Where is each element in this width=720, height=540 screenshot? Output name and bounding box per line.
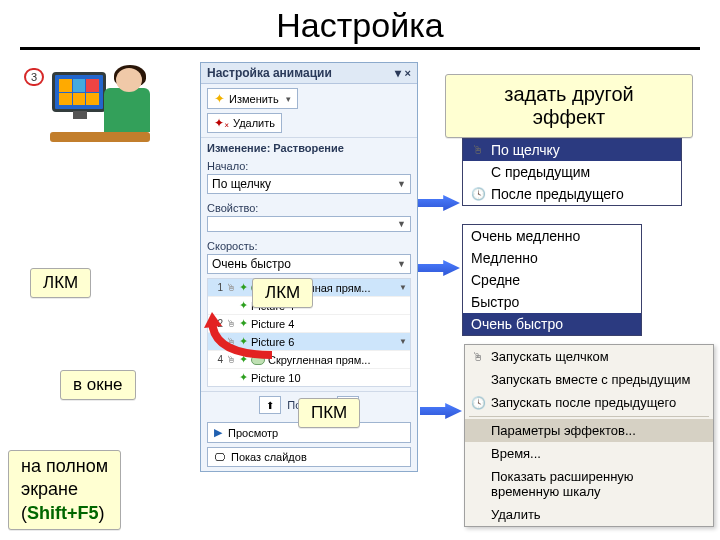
slideshow-label: Показ слайдов [231, 451, 307, 463]
delete-btn-label: Удалить [233, 117, 275, 129]
person-at-computer-illustration [50, 62, 160, 148]
callout-pkm: ПКМ [298, 398, 360, 428]
delete-effect-button[interactable]: ✦ₓ Удалить [207, 113, 282, 133]
speed-opt-very-fast[interactable]: Очень быстро [463, 313, 641, 335]
star-effect-icon: ✦ [239, 371, 248, 384]
callout-lkm-1: ЛКМ [30, 268, 91, 298]
chevron-down-icon: ▼ [397, 259, 406, 269]
speed-opt-medium[interactable]: Средне [463, 269, 641, 291]
mouse-icon: 🖱 [226, 282, 236, 293]
clock-icon: 🕓 [470, 396, 486, 410]
slide-number-badge: 3 [24, 68, 44, 86]
menu-effect-options[interactable]: Параметры эффектов... [465, 419, 713, 442]
change-section-title: Изменение: Растворение [201, 137, 417, 156]
arrow-right-icon [418, 195, 460, 211]
callout-fullscreen: на полном экране (Shift+F5) [8, 450, 121, 530]
change-btn-label: Изменить [229, 93, 279, 105]
screen-icon: 🖵 [214, 451, 225, 463]
chevron-down-icon[interactable]: ▼ [399, 337, 407, 346]
callout-in-window: в окне [60, 370, 136, 400]
speed-combo[interactable]: Очень быстро ▼ [207, 254, 411, 274]
speed-opt-slow[interactable]: Медленно [463, 247, 641, 269]
mouse-icon: 🖱 [470, 350, 486, 364]
title-underline [20, 47, 700, 50]
start-combo-value: По щелчку [212, 177, 271, 191]
arrow-right-icon [420, 403, 462, 419]
star-delete-icon: ✦ₓ [214, 116, 229, 130]
menu-start-on-click[interactable]: 🖱 Запускать щелчком [465, 345, 713, 368]
speed-options-dropdown: Очень медленно Медленно Средне Быстро Оч… [462, 224, 642, 336]
change-effect-button[interactable]: ✦ Изменить [207, 88, 298, 109]
callout-set-other-effect: задать другой эффект [445, 74, 693, 138]
preview-label: Просмотр [228, 427, 278, 439]
option-with-previous[interactable]: С предыдущим [463, 161, 681, 183]
close-pane-icon[interactable]: × [405, 67, 411, 79]
speed-opt-very-slow[interactable]: Очень медленно [463, 225, 641, 247]
property-combo[interactable]: ▼ [207, 216, 411, 232]
star-add-icon: ✦ [214, 91, 225, 106]
pane-title: Настройка анимации [207, 66, 332, 80]
effect-item[interactable]: 🖱 ✦ Picture 10 [208, 369, 410, 386]
speed-opt-fast[interactable]: Быстро [463, 291, 641, 313]
effect-title: Picture 10 [251, 372, 301, 384]
arrow-right-icon [418, 260, 460, 276]
option-on-click[interactable]: 🖱 По щелчку [463, 139, 681, 161]
chevron-down-icon: ▼ [397, 219, 406, 229]
slideshow-button[interactable]: 🖵 Показ слайдов [207, 447, 411, 467]
play-icon: ▶ [214, 426, 222, 439]
mouse-icon: 🖱 [471, 143, 485, 157]
start-options-dropdown: 🖱 По щелчку С предыдущим 🕓 После предыду… [462, 138, 682, 206]
effect-title: Скругленная прям... [268, 354, 370, 366]
menu-show-advanced-timeline[interactable]: Показать расширенную временную шкалу [465, 465, 713, 503]
option-after-previous[interactable]: 🕓 После предыдущего [463, 183, 681, 205]
speed-label: Скорость: [201, 236, 417, 252]
page-title-area: Настройка [0, 0, 720, 47]
star-effect-icon: ✦ [239, 281, 248, 294]
property-label: Свойство: [201, 198, 417, 214]
menu-separator [469, 416, 709, 417]
menu-start-with-prev[interactable]: Запускать вместе с предыдущим [465, 368, 713, 391]
menu-delete[interactable]: Удалить [465, 503, 713, 526]
start-combo[interactable]: По щелчку ▼ [207, 174, 411, 194]
move-up-button[interactable]: ⬆ [259, 396, 281, 414]
clock-icon: 🕓 [471, 187, 485, 201]
menu-start-after-prev[interactable]: 🕓 Запускать после предыдущего [465, 391, 713, 414]
page-title: Настройка [276, 6, 443, 45]
callout-lkm-2: ЛКМ [252, 278, 313, 308]
red-curved-arrow-icon [202, 310, 282, 360]
chevron-down-icon[interactable]: ▼ [399, 283, 407, 292]
menu-timing[interactable]: Время... [465, 442, 713, 465]
speed-combo-value: Очень быстро [212, 257, 291, 271]
context-menu: 🖱 Запускать щелчком Запускать вместе с п… [464, 344, 714, 527]
pane-header: Настройка анимации ▾ × [201, 63, 417, 84]
chevron-down-icon: ▼ [397, 179, 406, 189]
start-label: Начало: [201, 156, 417, 172]
